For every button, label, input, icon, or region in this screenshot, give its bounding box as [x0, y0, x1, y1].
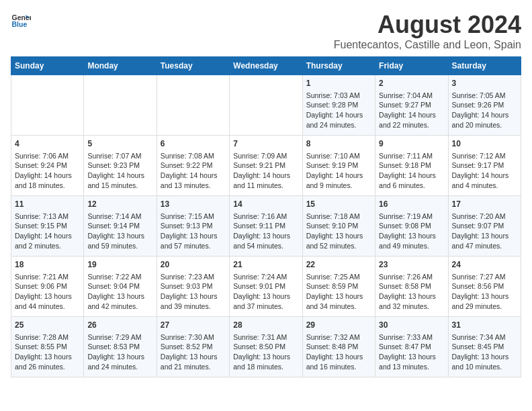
cell-content-line: and 37 minutes.: [233, 302, 298, 312]
day-header-tuesday: Tuesday: [157, 57, 229, 75]
cell-content-line: Sunrise: 7:03 AM: [306, 91, 371, 101]
cell-content-line: Sunset: 9:26 PM: [452, 100, 517, 110]
calendar-cell: 11Sunrise: 7:13 AMSunset: 9:15 PMDayligh…: [11, 196, 84, 257]
calendar-cell: 8Sunrise: 7:10 AMSunset: 9:19 PMDaylight…: [302, 136, 375, 196]
cell-content-line: Sunset: 8:56 PM: [452, 281, 517, 291]
cell-content-line: Daylight: 13 hours: [15, 352, 80, 362]
cell-content-line: Sunrise: 7:25 AM: [306, 272, 371, 282]
cell-content-line: and 59 minutes.: [87, 241, 152, 251]
calendar-week-row: 1Sunrise: 7:03 AMSunset: 9:28 PMDaylight…: [11, 75, 521, 136]
cell-content-line: Sunrise: 7:34 AM: [452, 332, 517, 342]
calendar-cell: 20Sunrise: 7:23 AMSunset: 9:03 PMDayligh…: [157, 257, 229, 317]
cell-content-line: Sunset: 9:15 PM: [15, 221, 80, 231]
cell-content-line: Sunrise: 7:30 AM: [161, 332, 226, 342]
cell-content-line: and 42 minutes.: [87, 302, 152, 312]
cell-content-line: Daylight: 14 hours: [161, 171, 226, 181]
cell-content-line: Sunrise: 7:16 AM: [233, 212, 298, 222]
calendar-cell: 4Sunrise: 7:06 AMSunset: 9:24 PMDaylight…: [11, 136, 84, 196]
cell-content-line: Daylight: 14 hours: [452, 110, 517, 120]
cell-content-line: Daylight: 14 hours: [306, 110, 371, 120]
calendar-cell: 22Sunrise: 7:25 AMSunset: 8:59 PMDayligh…: [302, 257, 375, 317]
cell-content-line: Sunset: 9:07 PM: [452, 221, 517, 231]
logo-icon: General Blue: [11, 11, 31, 31]
day-header-monday: Monday: [84, 57, 157, 75]
cell-content-line: Daylight: 13 hours: [87, 352, 152, 362]
cell-content-line: Sunset: 9:23 PM: [87, 161, 152, 171]
calendar-table: SundayMondayTuesdayWednesdayThursdayFrid…: [11, 56, 521, 377]
svg-text:Blue: Blue: [12, 20, 28, 28]
cell-content-line: Daylight: 14 hours: [233, 171, 298, 181]
day-number: 25: [15, 320, 80, 331]
cell-content-line: Sunset: 9:14 PM: [87, 221, 152, 231]
calendar-cell: 1Sunrise: 7:03 AMSunset: 9:28 PMDaylight…: [302, 75, 375, 136]
cell-content-line: Sunset: 9:24 PM: [15, 161, 80, 171]
calendar-cell: 15Sunrise: 7:18 AMSunset: 9:10 PMDayligh…: [302, 196, 375, 257]
cell-content-line: Sunset: 9:01 PM: [233, 281, 298, 291]
day-number: 29: [306, 320, 371, 331]
cell-content-line: and 10 minutes.: [452, 362, 517, 372]
day-number: 12: [87, 199, 152, 210]
calendar-cell: 18Sunrise: 7:21 AMSunset: 9:06 PMDayligh…: [11, 257, 84, 317]
cell-content-line: Daylight: 13 hours: [452, 352, 517, 362]
day-number: 23: [379, 259, 444, 271]
cell-content-line: Sunrise: 7:07 AM: [87, 151, 152, 161]
day-number: 26: [87, 320, 152, 331]
day-number: 20: [161, 259, 226, 271]
cell-content-line: Sunset: 9:03 PM: [161, 281, 226, 291]
cell-content-line: Sunset: 8:59 PM: [306, 281, 371, 291]
cell-content-line: and 24 minutes.: [306, 120, 371, 130]
calendar-header-row: SundayMondayTuesdayWednesdayThursdayFrid…: [11, 57, 521, 75]
cell-content-line: and 11 minutes.: [233, 181, 298, 191]
cell-content-line: and 13 minutes.: [161, 181, 226, 191]
cell-content-line: Sunrise: 7:08 AM: [161, 151, 226, 161]
cell-content-line: Sunset: 9:10 PM: [306, 221, 371, 231]
cell-content-line: Sunset: 9:06 PM: [15, 281, 80, 291]
cell-content-line: and 20 minutes.: [452, 120, 517, 130]
cell-content-line: and 15 minutes.: [87, 181, 152, 191]
day-number: 5: [87, 138, 152, 150]
cell-content-line: Daylight: 13 hours: [306, 291, 371, 302]
calendar-cell: [230, 75, 302, 136]
calendar-cell: 9Sunrise: 7:11 AMSunset: 9:18 PMDaylight…: [375, 136, 448, 196]
cell-content-line: Sunrise: 7:22 AM: [87, 272, 152, 282]
cell-content-line: Sunrise: 7:20 AM: [452, 212, 517, 222]
day-number: 16: [379, 199, 444, 210]
cell-content-line: and 2 minutes.: [15, 241, 80, 251]
cell-content-line: Daylight: 13 hours: [379, 291, 444, 302]
calendar-cell: 31Sunrise: 7:34 AMSunset: 8:45 PMDayligh…: [448, 317, 521, 377]
cell-content-line: and 32 minutes.: [379, 302, 444, 312]
day-number: 9: [379, 138, 444, 150]
cell-content-line: Sunrise: 7:10 AM: [306, 151, 371, 161]
calendar-cell: 10Sunrise: 7:12 AMSunset: 9:17 PMDayligh…: [448, 136, 521, 196]
day-number: 2: [379, 78, 444, 89]
cell-content-line: Sunrise: 7:21 AM: [15, 272, 80, 282]
calendar-cell: [11, 75, 84, 136]
day-header-thursday: Thursday: [302, 57, 375, 75]
cell-content-line: and 9 minutes.: [306, 181, 371, 191]
cell-content-line: and 4 minutes.: [452, 181, 517, 191]
cell-content-line: Daylight: 13 hours: [452, 231, 517, 241]
cell-content-line: Sunset: 9:27 PM: [379, 100, 444, 110]
calendar-cell: 25Sunrise: 7:28 AMSunset: 8:55 PMDayligh…: [11, 317, 84, 377]
cell-content-line: Sunset: 9:11 PM: [233, 221, 298, 231]
cell-content-line: Daylight: 14 hours: [379, 171, 444, 181]
calendar-cell: 12Sunrise: 7:14 AMSunset: 9:14 PMDayligh…: [84, 196, 157, 257]
calendar-cell: 28Sunrise: 7:31 AMSunset: 8:50 PMDayligh…: [230, 317, 302, 377]
calendar-cell: 17Sunrise: 7:20 AMSunset: 9:07 PMDayligh…: [448, 196, 521, 257]
calendar-cell: 26Sunrise: 7:29 AMSunset: 8:53 PMDayligh…: [84, 317, 157, 377]
cell-content-line: Daylight: 13 hours: [161, 291, 226, 302]
day-header-saturday: Saturday: [448, 57, 521, 75]
cell-content-line: and 52 minutes.: [306, 241, 371, 251]
day-number: 17: [452, 199, 517, 210]
cell-content-line: and 18 minutes.: [15, 181, 80, 191]
cell-content-line: Sunrise: 7:27 AM: [452, 272, 517, 282]
day-number: 24: [452, 259, 517, 271]
day-number: 14: [233, 199, 298, 210]
cell-content-line: Daylight: 14 hours: [379, 110, 444, 120]
cell-content-line: Sunset: 9:22 PM: [161, 161, 226, 171]
cell-content-line: Sunrise: 7:05 AM: [452, 91, 517, 101]
cell-content-line: and 13 minutes.: [379, 362, 444, 372]
cell-content-line: and 47 minutes.: [452, 241, 517, 251]
cell-content-line: Sunrise: 7:24 AM: [233, 272, 298, 282]
cell-content-line: Sunset: 8:58 PM: [379, 281, 444, 291]
